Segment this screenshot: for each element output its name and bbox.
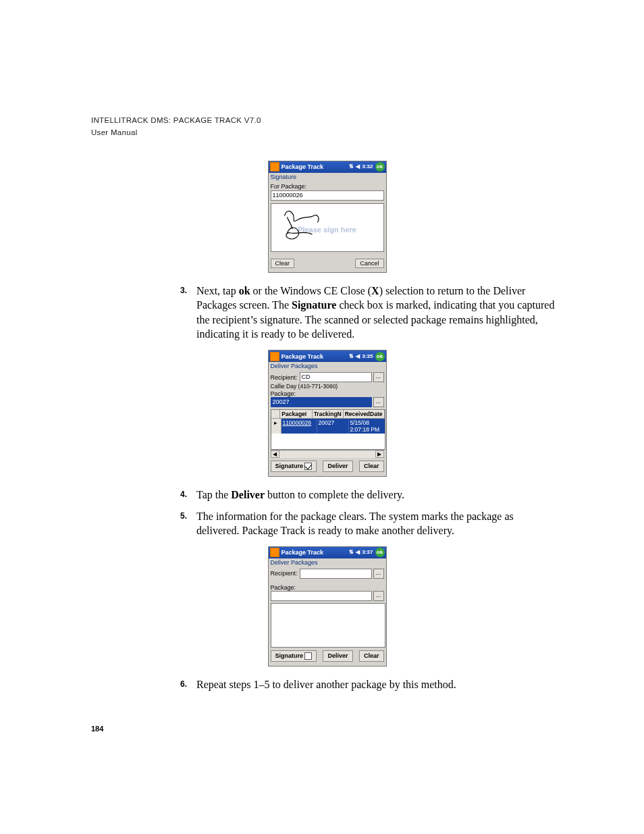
table-row[interactable]: ▸ 110000026 20027 5/15/08 2:07:18 PM: [271, 419, 385, 434]
screen-subtitle: Deliver Packages: [269, 362, 386, 370]
package-field[interactable]: [271, 591, 372, 601]
recipient-field[interactable]: CD: [300, 372, 372, 382]
titlebar: Package Track ⇅ ◀ 3:37 ok: [269, 547, 386, 558]
package-table-empty: [271, 603, 385, 648]
app-title: Package Track: [281, 163, 350, 170]
screen-subtitle: Signature: [269, 173, 386, 181]
deliver-button[interactable]: Deliver: [323, 650, 352, 662]
network-icon: ⇅: [349, 550, 354, 555]
recipient-info: Callie Day (410-771-3060): [271, 383, 384, 390]
table-scrollbar[interactable]: ◀ ▶: [271, 450, 384, 458]
screenshot-deliver-filled: Package Track ⇅ ◀ 3:35 ok Deliver Packag…: [268, 350, 387, 477]
package-label: Package:: [271, 584, 384, 591]
step-5: The information for the package clears. …: [196, 509, 558, 538]
ok-button[interactable]: ok: [375, 352, 385, 361]
sound-icon: ◀: [356, 354, 360, 359]
app-logo-icon: [270, 162, 279, 172]
deliver-button[interactable]: Deliver: [323, 461, 352, 472]
running-header: INTELLITRACK DMS: PACKAGE TRACK V7.0 Use…: [91, 115, 563, 139]
package-label: Package:: [271, 390, 384, 397]
ok-button[interactable]: ok: [375, 162, 385, 172]
clear-button[interactable]: Clear: [359, 650, 384, 662]
cell-trackingno: 20027: [317, 419, 349, 434]
recipient-label: Recipient:: [271, 570, 298, 577]
th-trackingno: TrackingN: [313, 410, 344, 418]
th-packageid: PackageI: [280, 410, 312, 418]
cell-receiveddate: 5/15/08 2:07:18 PM: [349, 419, 385, 434]
ok-button[interactable]: ok: [375, 548, 385, 557]
app-logo-icon: [270, 548, 279, 557]
recipient-browse-button[interactable]: ...: [373, 372, 384, 382]
clock: 3:32: [362, 164, 373, 170]
th-receiveddate: ReceivedDate: [344, 410, 385, 418]
cell-packageid: 110000026: [281, 419, 317, 434]
package-browse-button[interactable]: ...: [373, 397, 384, 407]
header-line1: INTELLITRACK DMS: PACKAGE TRACK V7.0: [91, 116, 261, 124]
signature-checkbox-icon: [304, 652, 312, 660]
app-title: Package Track: [281, 549, 350, 556]
titlebar: Package Track ⇅ ◀ 3:32 ok: [269, 161, 386, 173]
header-line2: User Manual: [91, 128, 138, 136]
signature-ink-icon: [271, 204, 383, 250]
clear-button[interactable]: Clear: [359, 461, 384, 472]
network-icon: ⇅: [349, 164, 354, 170]
network-icon: ⇅: [349, 354, 354, 359]
recipient-field[interactable]: [300, 569, 372, 579]
for-package-field[interactable]: 110000026: [271, 190, 384, 201]
signature-button[interactable]: Signature: [271, 461, 317, 472]
clock: 3:35: [362, 354, 373, 359]
scroll-right-icon[interactable]: ▶: [375, 450, 384, 458]
screenshot-deliver-cleared: Package Track ⇅ ◀ 3:37 ok Deliver Packag…: [268, 546, 387, 667]
scroll-track[interactable]: [279, 450, 375, 458]
step-6: Repeat steps 1–5 to deliver another pack…: [196, 677, 558, 692]
app-logo-icon: [270, 352, 279, 361]
recipient-browse-button[interactable]: ...: [373, 569, 384, 579]
step-3: Next, tap ok or the Windows CE Close (X)…: [196, 284, 558, 342]
screen-subtitle: Deliver Packages: [269, 558, 386, 567]
page-number: 184: [91, 725, 563, 733]
screenshot-signature: Package Track ⇅ ◀ 3:32 ok Signature For …: [268, 161, 387, 273]
step-4: Tap the Deliver button to complete the d…: [196, 488, 558, 502]
row-marker-icon: ▸: [271, 419, 281, 434]
clock: 3:37: [362, 550, 373, 555]
signature-checkbox-icon: [304, 463, 312, 470]
scroll-left-icon[interactable]: ◀: [271, 450, 279, 458]
package-table: PackageI TrackingN ReceivedDate ▸ 110000…: [271, 409, 385, 450]
clear-button[interactable]: Clear: [271, 259, 295, 268]
sound-icon: ◀: [356, 164, 360, 170]
app-title: Package Track: [281, 353, 350, 360]
cancel-button[interactable]: Cancel: [355, 259, 383, 268]
titlebar: Package Track ⇅ ◀ 3:35 ok: [269, 350, 386, 362]
for-package-label: For Package:: [271, 183, 384, 190]
th-marker: [271, 410, 281, 418]
sound-icon: ◀: [356, 550, 360, 555]
signature-pad[interactable]: Please sign here: [271, 203, 384, 252]
package-field[interactable]: 20027: [271, 397, 372, 407]
recipient-label: Recipient:: [271, 374, 298, 381]
signature-button[interactable]: Signature: [271, 650, 317, 662]
package-browse-button[interactable]: ...: [373, 591, 384, 601]
